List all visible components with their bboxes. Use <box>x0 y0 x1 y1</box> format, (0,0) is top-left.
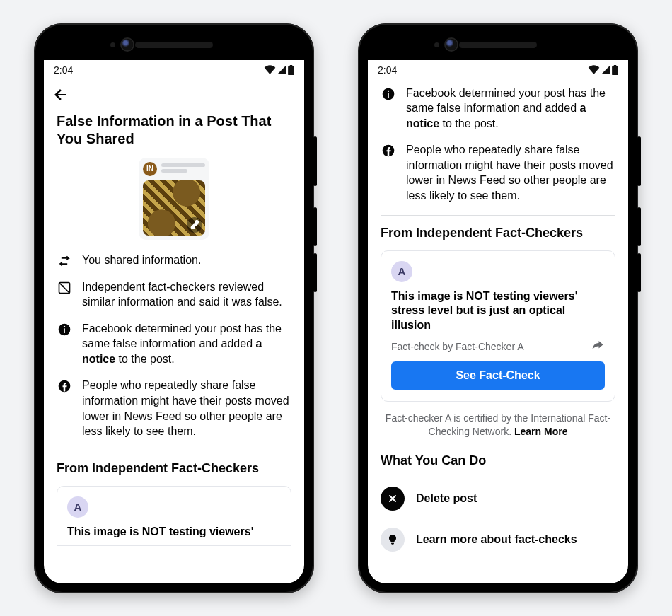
wifi-icon <box>264 65 276 74</box>
info-icon <box>57 321 72 367</box>
status-time: 2:04 <box>378 64 397 76</box>
info-item-reviewed: Independent fact-checkers reviewed simil… <box>57 279 291 310</box>
info-text-post: to the post. <box>439 117 499 129</box>
volume-down-button[interactable] <box>637 253 641 292</box>
phone-left: 2:04 False Information in a Post That Yo… <box>34 23 314 593</box>
wifi-icon <box>588 65 600 74</box>
content-area: False Information in a Post That You Sha… <box>44 110 304 583</box>
info-text: People who repeatedly share false inform… <box>406 142 615 203</box>
status-bar: 2:04 <box>368 60 628 80</box>
phone-speaker <box>459 42 537 48</box>
delete-icon <box>381 487 405 511</box>
divider <box>57 451 291 451</box>
info-list: Facebook determined your post has the sa… <box>381 86 615 204</box>
cell-signal-icon <box>601 65 610 74</box>
screen: 2:04 False Information in a Post That Yo… <box>44 60 304 583</box>
share-icon <box>591 339 605 351</box>
info-text: People who repeatedly share false inform… <box>82 378 291 438</box>
shared-post-preview[interactable]: IN <box>139 158 209 240</box>
fact-check-headline: This image is NOT testing viewers' stres… <box>391 289 605 333</box>
info-item-determined: Facebook determined your post has the sa… <box>57 321 291 367</box>
learn-more-link[interactable]: Learn More <box>514 426 567 437</box>
info-item-determined: Facebook determined your post has the sa… <box>381 86 615 132</box>
svg-point-4 <box>64 325 65 327</box>
status-bar: 2:04 <box>44 60 304 80</box>
action-delete-post[interactable]: Delete post <box>381 478 615 519</box>
section-actions: What You Can Do <box>381 453 615 468</box>
phone-right: 2:04 Facebook determined your post has t… <box>358 23 638 593</box>
divider <box>381 215 615 216</box>
battery-icon <box>288 65 294 75</box>
info-text-pre: Facebook determined your post has the sa… <box>82 322 282 350</box>
link-icon <box>190 220 199 229</box>
info-item-shared: You shared information. <box>57 252 291 268</box>
post-thumbnail <box>143 180 205 236</box>
action-learn-more[interactable]: Learn more about fact-checks <box>381 519 615 560</box>
fact-check-card: A This image is NOT testing viewers' str… <box>381 250 615 402</box>
phone-sensor <box>434 42 439 47</box>
reshare-icon <box>57 252 72 268</box>
phone-sensor <box>110 42 115 47</box>
cell-signal-icon <box>277 65 286 74</box>
see-fact-check-button[interactable]: See Fact-Check <box>391 361 605 390</box>
svg-point-8 <box>388 90 389 91</box>
fact-check-byline: Fact-check by Fact-Checker A <box>391 341 524 352</box>
back-button[interactable] <box>52 86 69 103</box>
svg-rect-7 <box>388 93 389 98</box>
action-list: Delete post Learn more about fact-checks <box>381 478 615 560</box>
info-text-post: to the post. <box>115 353 175 365</box>
cert-text: Fact-checker A is certified by the Inter… <box>386 412 610 437</box>
fact-check-card[interactable]: A This image is NOT testing viewers' <box>57 486 291 546</box>
content-area: Facebook determined your post has the sa… <box>368 80 628 583</box>
phone-camera <box>446 39 457 50</box>
action-label: Learn more about fact-checks <box>416 533 577 546</box>
section-fact-checkers: From Independent Fact-Checkers <box>57 461 291 476</box>
status-icons <box>588 65 618 75</box>
facebook-icon <box>381 142 396 203</box>
certification-note: Fact-checker A is certified by the Inter… <box>381 412 615 438</box>
info-item-repeat: People who repeatedly share false inform… <box>57 378 291 438</box>
fact-checker-avatar: A <box>391 261 412 282</box>
power-button[interactable] <box>313 136 317 186</box>
info-text-pre: Facebook determined your post has the sa… <box>406 87 606 115</box>
info-icon <box>381 86 396 132</box>
fact-checker-avatar: A <box>67 496 88 518</box>
power-button[interactable] <box>637 136 641 186</box>
volume-up-button[interactable] <box>313 207 317 246</box>
screen: 2:04 Facebook determined your post has t… <box>368 60 628 583</box>
info-text: Independent fact-checkers reviewed simil… <box>82 279 291 310</box>
svg-rect-3 <box>64 328 65 333</box>
phone-camera <box>122 39 133 50</box>
page-title: False Information in a Post That You Sha… <box>57 112 291 148</box>
info-list: You shared information. Independent fact… <box>57 252 291 439</box>
info-item-repeat: People who repeatedly share false inform… <box>381 142 615 203</box>
battery-icon <box>612 65 618 75</box>
facebook-icon <box>57 378 72 438</box>
status-icons <box>264 65 294 75</box>
info-text: Facebook determined your post has the sa… <box>406 86 615 132</box>
link-badge <box>187 217 202 233</box>
arrow-left-icon <box>52 86 69 103</box>
post-text-placeholder <box>161 163 205 175</box>
info-text: Facebook determined your post has the sa… <box>82 321 291 367</box>
phone-speaker <box>135 42 213 48</box>
fact-check-headline: This image is NOT testing viewers' <box>67 525 281 540</box>
action-label: Delete post <box>416 492 477 505</box>
app-header <box>44 80 304 110</box>
status-time: 2:04 <box>54 64 73 76</box>
lightbulb-icon <box>381 528 405 552</box>
section-fact-checkers: From Independent Fact-Checkers <box>381 226 615 240</box>
volume-up-button[interactable] <box>637 207 641 246</box>
image-false-icon <box>57 279 72 310</box>
svg-point-1 <box>62 285 64 287</box>
post-author-avatar: IN <box>143 162 157 176</box>
info-text: You shared information. <box>82 252 291 268</box>
divider <box>381 443 615 443</box>
share-button[interactable] <box>591 339 605 354</box>
volume-down-button[interactable] <box>313 253 317 292</box>
